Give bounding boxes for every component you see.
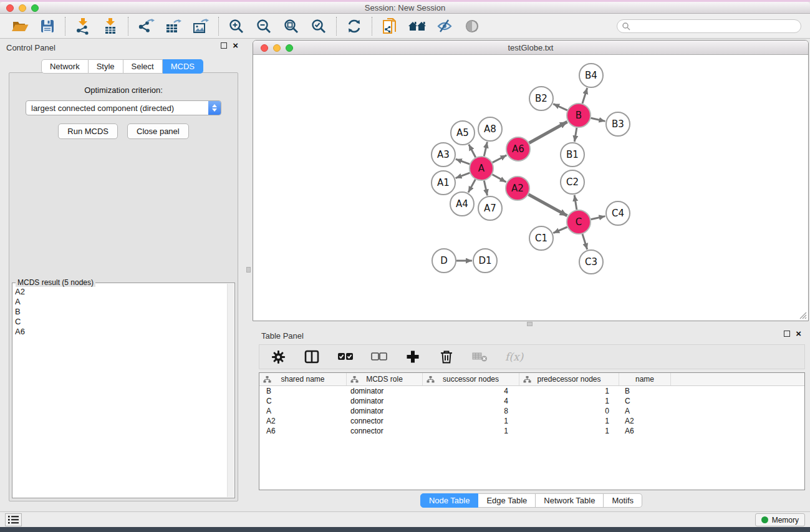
export-image-button[interactable]	[190, 16, 212, 36]
add-row-button[interactable]	[404, 348, 422, 365]
show-column-button[interactable]	[303, 348, 321, 365]
select-all-checks-button[interactable]	[337, 348, 354, 365]
trash-icon	[440, 349, 453, 364]
horizontal-split-divider[interactable]	[253, 321, 810, 327]
function-builder-button[interactable]: f(x)	[505, 351, 523, 363]
mcds-result-list[interactable]: A2ABCA6	[15, 287, 226, 495]
mcds-result-scrollbar[interactable]	[227, 284, 234, 497]
table-row[interactable]: Bdominator41B	[259, 386, 804, 396]
table-row[interactable]: A6connector11A6	[259, 426, 804, 436]
graph-edge[interactable]	[468, 180, 475, 193]
refresh-network-button[interactable]	[343, 16, 365, 36]
search-field[interactable]	[617, 19, 801, 33]
graph-node-label: B4	[585, 70, 597, 81]
graph-edge[interactable]	[529, 195, 567, 216]
table-row[interactable]: A2connector11A2	[259, 416, 804, 426]
graph-edge[interactable]	[574, 195, 577, 210]
mcds-result-item[interactable]: A	[15, 297, 226, 307]
graph-edge[interactable]	[469, 145, 476, 158]
tab-edge-table[interactable]: Edge Table	[478, 493, 536, 508]
graph-edge[interactable]	[484, 181, 487, 196]
vertical-split-divider[interactable]	[244, 39, 253, 511]
import-table-button[interactable]	[99, 16, 122, 36]
delete-row-button[interactable]	[438, 348, 455, 365]
delete-table-button[interactable]	[471, 348, 489, 365]
tab-select[interactable]: Select	[123, 59, 163, 74]
column-header-predecessor-nodes[interactable]: predecessor nodes	[519, 373, 619, 385]
export-table-button[interactable]	[162, 16, 185, 36]
table-row[interactable]: Adominator80A	[259, 406, 804, 416]
network-window-titlebar[interactable]: testGlobe.txt	[253, 41, 808, 55]
resize-grip-icon[interactable]	[799, 311, 807, 319]
show-task-history-button[interactable]	[5, 513, 22, 526]
mcds-result-item[interactable]: A2	[15, 287, 226, 297]
close-panel-icon[interactable]: ×	[233, 42, 238, 49]
graph-edge[interactable]	[553, 104, 567, 110]
network-close-button[interactable]	[261, 44, 268, 52]
graph-edge[interactable]	[591, 216, 605, 220]
graph-edge[interactable]	[493, 175, 506, 182]
graph-edge[interactable]	[456, 159, 470, 164]
search-input[interactable]	[633, 22, 796, 31]
optimization-criterion-select[interactable]: largest connected component (directed)	[26, 100, 221, 115]
column-header-name[interactable]: name	[619, 373, 671, 385]
traffic-lights	[6, 4, 39, 12]
clear-all-checks-button[interactable]	[370, 348, 388, 365]
home-button[interactable]	[406, 16, 428, 36]
zoom-fit-button[interactable]	[280, 16, 302, 36]
float-panel-icon[interactable]	[221, 42, 227, 49]
tab-mcds[interactable]: MCDS	[163, 59, 203, 74]
graph-edge[interactable]	[493, 155, 507, 163]
hide-graphics-details-button[interactable]	[433, 16, 456, 36]
mcds-result-item[interactable]: C	[15, 317, 226, 327]
column-header-mcds-role[interactable]: MCDS role	[347, 373, 423, 385]
memory-button[interactable]: Memory	[755, 513, 805, 526]
close-window-button[interactable]	[6, 4, 14, 12]
close-panel-button[interactable]: Close panel	[127, 123, 189, 139]
network-zoom-button[interactable]	[286, 44, 293, 52]
table-options-button[interactable]	[269, 348, 287, 365]
open-session-button[interactable]	[9, 16, 31, 36]
column-header-shared-name[interactable]: shared name	[259, 373, 347, 385]
network-from-file-button[interactable]	[378, 16, 401, 36]
graph-node-label: A5	[456, 127, 469, 138]
zoom-out-button[interactable]	[253, 16, 275, 36]
network-minimize-button[interactable]	[273, 44, 281, 52]
graph-node-label: C1	[535, 233, 547, 244]
graph-edge[interactable]	[582, 88, 587, 104]
mcds-result-item[interactable]: A6	[15, 327, 226, 337]
eye-icon	[465, 19, 480, 34]
export-network-button[interactable]	[135, 16, 157, 36]
column-header-successor-nodes[interactable]: successor nodes	[423, 373, 519, 385]
float-panel-icon[interactable]	[784, 331, 790, 337]
graph-edge[interactable]	[591, 118, 605, 121]
divider-handle[interactable]	[246, 267, 251, 273]
tab-network-table[interactable]: Network Table	[536, 493, 604, 508]
import-network-button[interactable]	[72, 16, 94, 36]
graph-edge[interactable]	[456, 173, 470, 178]
divider-handle[interactable]	[527, 322, 533, 326]
close-panel-icon[interactable]: ×	[796, 331, 801, 337]
control-panel-title: Control Panel	[6, 43, 55, 52]
zoom-in-button[interactable]	[225, 16, 248, 36]
graph-edge[interactable]	[553, 227, 567, 233]
graph-edge[interactable]	[582, 234, 587, 249]
memory-label: Memory	[772, 516, 799, 525]
graph-edge[interactable]	[574, 128, 577, 142]
tab-motifs[interactable]: Motifs	[604, 493, 642, 508]
graph-edge[interactable]	[529, 122, 567, 143]
mcds-result-item[interactable]: B	[15, 307, 226, 317]
graph-edge[interactable]	[484, 142, 487, 157]
zoom-selected-button[interactable]	[307, 16, 330, 36]
tab-network[interactable]: Network	[41, 59, 89, 74]
show-graphics-details-button[interactable]	[461, 16, 483, 36]
save-session-button[interactable]	[36, 16, 59, 36]
zoom-window-button[interactable]	[31, 4, 39, 12]
tab-style[interactable]: Style	[89, 59, 123, 74]
run-mcds-button[interactable]: Run MCDS	[58, 123, 118, 139]
table-row[interactable]: Cdominator41C	[259, 396, 804, 406]
minimize-window-button[interactable]	[19, 4, 26, 12]
network-canvas[interactable]: B4B2BB3A8A5A6A3B1AA1C2A2A4A7C4CC1C3DD1	[253, 55, 808, 321]
tab-node-table[interactable]: Node Table	[420, 493, 479, 508]
gear-icon	[271, 350, 286, 364]
